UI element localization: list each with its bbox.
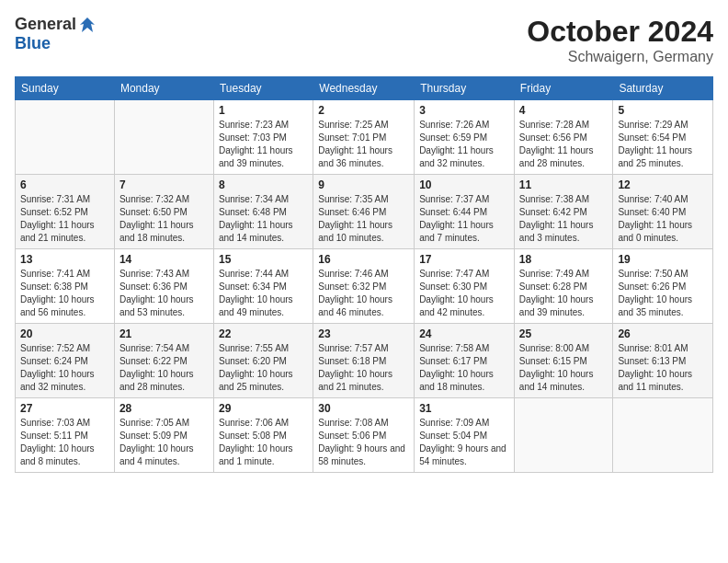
day-info: Sunrise: 7:34 AM Sunset: 6:48 PM Dayligh… [219,193,308,245]
day-number: 27 [20,402,109,415]
day-info: Sunrise: 7:37 AM Sunset: 6:44 PM Dayligh… [419,193,509,245]
day-number: 16 [318,253,409,266]
day-number: 17 [419,253,509,266]
day-number: 12 [618,178,708,191]
calendar-cell: 2Sunrise: 7:25 AM Sunset: 7:01 PM Daylig… [313,100,415,175]
day-number: 30 [318,402,409,415]
day-info: Sunrise: 7:50 AM Sunset: 6:26 PM Dayligh… [618,268,708,319]
month-title: October 2024 [527,15,713,49]
day-info: Sunrise: 7:44 AM Sunset: 6:34 PM Dayligh… [219,268,308,319]
day-info: Sunrise: 7:58 AM Sunset: 6:17 PM Dayligh… [419,342,509,394]
logo-blue-text: Blue [15,34,51,53]
day-info: Sunrise: 7:43 AM Sunset: 6:36 PM Dayligh… [119,268,209,319]
day-number: 5 [618,104,708,117]
day-info: Sunrise: 7:05 AM Sunset: 5:09 PM Dayligh… [119,417,209,468]
day-number: 19 [618,253,708,266]
calendar-cell: 10Sunrise: 7:37 AM Sunset: 6:44 PM Dayli… [415,175,515,249]
weekday-header: Saturday [613,77,713,100]
calendar-cell [16,100,115,175]
calendar-cell: 22Sunrise: 7:55 AM Sunset: 6:20 PM Dayli… [213,324,313,398]
day-number: 29 [219,402,308,415]
calendar-cell: 11Sunrise: 7:38 AM Sunset: 6:42 PM Dayli… [514,175,613,249]
calendar-cell: 8Sunrise: 7:34 AM Sunset: 6:48 PM Daylig… [213,175,313,249]
weekday-header: Friday [514,77,613,100]
calendar-cell: 18Sunrise: 7:49 AM Sunset: 6:28 PM Dayli… [514,249,613,324]
day-info: Sunrise: 7:54 AM Sunset: 6:22 PM Dayligh… [119,342,209,394]
day-number: 3 [419,104,509,117]
calendar-cell: 19Sunrise: 7:50 AM Sunset: 6:26 PM Dayli… [613,249,713,324]
calendar-cell: 7Sunrise: 7:32 AM Sunset: 6:50 PM Daylig… [114,175,213,249]
calendar-cell: 29Sunrise: 7:06 AM Sunset: 5:08 PM Dayli… [213,398,313,473]
day-number: 15 [219,253,308,266]
calendar-cell: 27Sunrise: 7:03 AM Sunset: 5:11 PM Dayli… [16,398,115,473]
title-block: October 2024 Schwaigern, Germany [527,15,713,65]
day-info: Sunrise: 7:41 AM Sunset: 6:38 PM Dayligh… [20,268,109,319]
day-info: Sunrise: 7:03 AM Sunset: 5:11 PM Dayligh… [20,417,109,468]
calendar-cell: 15Sunrise: 7:44 AM Sunset: 6:34 PM Dayli… [213,249,313,324]
logo: General Blue [15,15,97,53]
day-number: 7 [119,178,209,191]
calendar-week-row: 6Sunrise: 7:31 AM Sunset: 6:52 PM Daylig… [16,175,713,249]
day-number: 20 [20,327,109,340]
day-info: Sunrise: 7:26 AM Sunset: 6:59 PM Dayligh… [419,119,509,170]
calendar-week-row: 1Sunrise: 7:23 AM Sunset: 7:03 PM Daylig… [16,100,713,175]
day-number: 23 [318,327,409,340]
day-number: 8 [219,178,308,191]
calendar-cell: 28Sunrise: 7:05 AM Sunset: 5:09 PM Dayli… [114,398,213,473]
day-info: Sunrise: 7:32 AM Sunset: 6:50 PM Dayligh… [119,193,209,245]
day-number: 22 [219,327,308,340]
calendar-cell: 14Sunrise: 7:43 AM Sunset: 6:36 PM Dayli… [114,249,213,324]
day-info: Sunrise: 7:55 AM Sunset: 6:20 PM Dayligh… [219,342,308,394]
day-info: Sunrise: 7:28 AM Sunset: 6:56 PM Dayligh… [519,119,609,170]
calendar-cell: 24Sunrise: 7:58 AM Sunset: 6:17 PM Dayli… [415,324,515,398]
calendar-body: 1Sunrise: 7:23 AM Sunset: 7:03 PM Daylig… [16,100,713,473]
day-number: 11 [519,178,609,191]
logo-bird-icon [78,16,97,34]
calendar-table: SundayMondayTuesdayWednesdayThursdayFrid… [15,76,713,473]
day-number: 13 [20,253,109,266]
day-info: Sunrise: 7:38 AM Sunset: 6:42 PM Dayligh… [519,193,609,245]
day-number: 9 [318,178,409,191]
day-number: 31 [419,402,509,415]
calendar-cell: 21Sunrise: 7:54 AM Sunset: 6:22 PM Dayli… [114,324,213,398]
day-info: Sunrise: 7:47 AM Sunset: 6:30 PM Dayligh… [419,268,509,319]
calendar-cell: 1Sunrise: 7:23 AM Sunset: 7:03 PM Daylig… [213,100,313,175]
day-info: Sunrise: 7:46 AM Sunset: 6:32 PM Dayligh… [318,268,409,319]
calendar-cell: 23Sunrise: 7:57 AM Sunset: 6:18 PM Dayli… [313,324,415,398]
calendar-cell: 31Sunrise: 7:09 AM Sunset: 5:04 PM Dayli… [415,398,515,473]
calendar-cell: 26Sunrise: 8:01 AM Sunset: 6:13 PM Dayli… [613,324,713,398]
weekday-header: Monday [114,77,213,100]
calendar-week-row: 27Sunrise: 7:03 AM Sunset: 5:11 PM Dayli… [16,398,713,473]
day-info: Sunrise: 7:35 AM Sunset: 6:46 PM Dayligh… [318,193,409,245]
calendar-cell: 12Sunrise: 7:40 AM Sunset: 6:40 PM Dayli… [613,175,713,249]
calendar-cell: 4Sunrise: 7:28 AM Sunset: 6:56 PM Daylig… [514,100,613,175]
calendar-cell [613,398,713,473]
day-info: Sunrise: 7:52 AM Sunset: 6:24 PM Dayligh… [20,342,109,394]
calendar-cell: 20Sunrise: 7:52 AM Sunset: 6:24 PM Dayli… [16,324,115,398]
day-info: Sunrise: 7:09 AM Sunset: 5:04 PM Dayligh… [419,417,509,468]
weekday-header: Thursday [415,77,515,100]
day-info: Sunrise: 7:23 AM Sunset: 7:03 PM Dayligh… [219,119,308,170]
calendar-cell [514,398,613,473]
logo-general-text: General [15,15,76,34]
day-info: Sunrise: 7:29 AM Sunset: 6:54 PM Dayligh… [618,119,708,170]
day-number: 6 [20,178,109,191]
calendar-cell: 5Sunrise: 7:29 AM Sunset: 6:54 PM Daylig… [613,100,713,175]
svg-marker-0 [80,17,95,32]
header-row: SundayMondayTuesdayWednesdayThursdayFrid… [16,77,713,100]
day-number: 24 [419,327,509,340]
day-number: 10 [419,178,509,191]
day-number: 26 [618,327,708,340]
weekday-header: Sunday [16,77,115,100]
calendar-cell: 3Sunrise: 7:26 AM Sunset: 6:59 PM Daylig… [415,100,515,175]
day-number: 4 [519,104,609,117]
day-number: 1 [219,104,308,117]
calendar-cell [114,100,213,175]
day-info: Sunrise: 7:25 AM Sunset: 7:01 PM Dayligh… [318,119,409,170]
day-number: 14 [119,253,209,266]
calendar-cell: 13Sunrise: 7:41 AM Sunset: 6:38 PM Dayli… [16,249,115,324]
calendar-cell: 30Sunrise: 7:08 AM Sunset: 5:06 PM Dayli… [313,398,415,473]
day-info: Sunrise: 7:31 AM Sunset: 6:52 PM Dayligh… [20,193,109,245]
calendar-cell: 16Sunrise: 7:46 AM Sunset: 6:32 PM Dayli… [313,249,415,324]
calendar-week-row: 13Sunrise: 7:41 AM Sunset: 6:38 PM Dayli… [16,249,713,324]
